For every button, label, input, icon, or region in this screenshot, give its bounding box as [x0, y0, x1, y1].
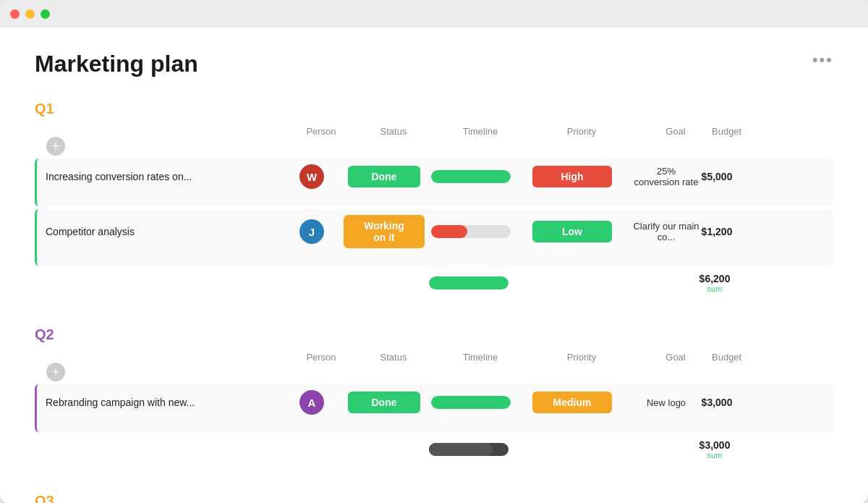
table-row: Rebranding campaign with new... A Done M…	[35, 384, 833, 432]
row-budget: $3,000	[702, 391, 731, 414]
sum-row: $3,000 sum	[35, 435, 833, 464]
q1-col-priority: Priority	[524, 126, 639, 137]
q2-col-priority: Priority	[524, 352, 639, 363]
sum-timeline	[425, 440, 512, 459]
goal-text: 25% conversion rate	[633, 166, 699, 187]
row-avatar: W	[283, 158, 341, 195]
main-content: Marketing plan ••• Q1 Person Status Time…	[0, 28, 868, 503]
row-action	[37, 420, 283, 432]
q1-col-person: Person	[292, 126, 350, 137]
section-q1: Q1 Person Status Timeline Priority Goal …	[35, 101, 833, 297]
q1-col-timeline: Timeline	[437, 126, 524, 137]
budget-value: $1,200	[702, 226, 733, 237]
priority-badge: Medium	[532, 392, 612, 413]
sum-timeline-bar-container	[429, 276, 509, 289]
row-goal: New logo	[630, 392, 702, 414]
sum-budget-cell: $3,000 sum	[700, 436, 729, 462]
row-budget: $5,000	[702, 165, 731, 188]
q1-col-add: +	[46, 137, 292, 156]
q1-table-header: Person Status Timeline Priority Goal Bud…	[35, 123, 833, 158]
row-status: Done	[341, 386, 427, 419]
row-avatar: J	[283, 214, 341, 250]
sum-timeline-bar-container	[429, 443, 509, 456]
table-row: Increasing conversion rates on... W Done…	[35, 158, 833, 206]
budget-value: $3,000	[702, 397, 733, 408]
maximize-dot[interactable]	[41, 9, 50, 19]
q2-table-header: Person Status Timeline Priority Goal Bud…	[35, 349, 833, 384]
q1-col-budget: Budget	[712, 126, 741, 137]
close-dot[interactable]	[10, 9, 20, 19]
row-action	[37, 254, 283, 266]
avatar: J	[299, 219, 324, 244]
sum-label: sum	[707, 451, 723, 460]
section-q2: Q2 Person Status Timeline Priority Goal …	[35, 326, 833, 464]
avatar: W	[299, 164, 324, 189]
status-badge: Done	[348, 166, 420, 187]
row-priority: Medium	[514, 386, 630, 419]
row-timeline	[427, 390, 514, 415]
q2-col-status: Status	[350, 352, 437, 363]
status-badge: Done	[348, 392, 420, 413]
section-title-q3: Q3	[35, 493, 833, 503]
row-priority: Low	[514, 215, 630, 248]
titlebar	[0, 0, 868, 28]
row-timeline	[427, 164, 514, 189]
q2-col-budget: Budget	[712, 352, 741, 363]
sum-value: $3,000	[699, 439, 731, 451]
priority-badge: High	[532, 166, 612, 187]
section-title-q2: Q2	[35, 326, 833, 343]
q1-col-status: Status	[350, 126, 437, 137]
sum-row: $6,200 sum	[35, 269, 833, 297]
sum-label: sum	[707, 284, 723, 293]
row-goal: Clarify our main co...	[630, 215, 702, 248]
q2-col-add: +	[46, 363, 292, 381]
timeline-bar-container	[431, 396, 511, 409]
q2-col-person: Person	[292, 352, 350, 363]
row-priority: High	[514, 160, 630, 193]
sum-budget-cell: $6,200 sum	[700, 270, 729, 296]
sum-timeline-bar	[429, 443, 493, 456]
timeline-bar	[431, 396, 511, 409]
section-q3: Q3 Person Status Timeline Priority Goal …	[35, 493, 833, 503]
row-name: Rebranding campaign with new...	[37, 391, 283, 414]
row-timeline	[427, 219, 514, 244]
avatar: A	[299, 390, 324, 415]
q1-add-button[interactable]: +	[46, 137, 65, 156]
goal-text: New logo	[647, 397, 686, 408]
row-status: Done	[341, 160, 427, 193]
status-badge: Working on it	[344, 215, 425, 248]
more-button[interactable]: •••	[812, 51, 833, 69]
row-budget: $1,200	[702, 220, 731, 243]
priority-badge: Low	[532, 221, 612, 242]
q2-col-goal: Goal	[639, 352, 712, 363]
q2-add-button[interactable]: +	[46, 363, 65, 381]
timeline-bar-container	[431, 225, 511, 238]
q2-col-timeline: Timeline	[437, 352, 524, 363]
timeline-bar-container	[431, 170, 511, 183]
page-header: Marketing plan •••	[35, 51, 833, 77]
app-window: Marketing plan ••• Q1 Person Status Time…	[0, 0, 868, 503]
q1-col-goal: Goal	[639, 126, 712, 137]
row-name: Increasing conversion rates on...	[37, 165, 283, 188]
budget-value: $5,000	[702, 171, 733, 182]
row-name: Competitor analysis	[37, 220, 283, 243]
row-status: Working on it	[341, 209, 427, 254]
sum-timeline	[425, 274, 512, 292]
row-action	[37, 195, 283, 206]
row-avatar: A	[283, 384, 341, 420]
timeline-bar	[431, 170, 511, 183]
page-title: Marketing plan	[35, 51, 833, 77]
sum-timeline-bar	[429, 276, 509, 289]
goal-text: Clarify our main co...	[633, 221, 699, 242]
row-goal: 25% conversion rate	[630, 160, 702, 193]
section-title-q1: Q1	[35, 101, 833, 117]
minimize-dot[interactable]	[25, 9, 35, 19]
timeline-bar	[431, 225, 467, 238]
table-row: Competitor analysis J Working on it Low …	[35, 209, 833, 266]
sum-value: $6,200	[699, 273, 731, 284]
